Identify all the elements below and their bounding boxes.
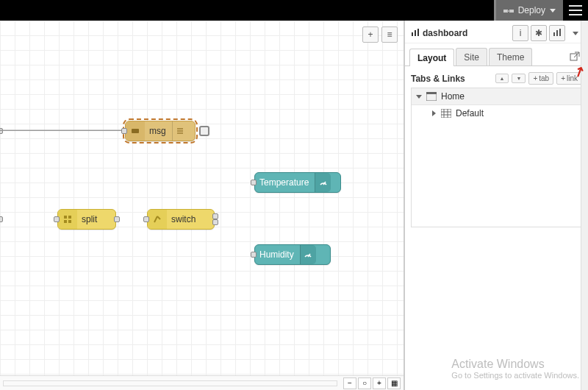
layout-tree: Home Default: [411, 88, 582, 227]
tab-label: Site: [464, 52, 479, 63]
svg-rect-8: [68, 216, 71, 219]
add-button[interactable]: +: [362, 26, 379, 43]
list-button[interactable]: ≡: [381, 26, 398, 43]
watermark-subtitle: Go to Settings to activate Windows.: [451, 371, 579, 380]
svg-rect-7: [64, 216, 67, 219]
deploy-button[interactable]: Deploy: [494, 0, 563, 21]
btn-label: tab: [539, 74, 549, 82]
flow-canvas[interactable]: msg split switch: [0, 21, 404, 390]
external-link-icon: [569, 51, 581, 63]
node-port-in[interactable]: [54, 216, 60, 222]
caret-up-icon: ▲: [500, 76, 505, 81]
plus-icon: +: [561, 74, 565, 82]
node-output-icon: [172, 121, 188, 141]
chevron-right-icon: [431, 110, 437, 116]
node-port-in[interactable]: [251, 252, 257, 258]
app-header: Deploy: [0, 0, 588, 21]
svg-rect-2: [507, 10, 510, 12]
sidebar-title-text: dashboard: [423, 28, 467, 38]
sidebar-tabs: Layout Site Theme: [405, 43, 588, 66]
node-label: switch: [167, 214, 201, 224]
info-button[interactable]: i: [512, 25, 528, 41]
node-humidity[interactable]: Humidity: [254, 244, 331, 265]
tab-theme[interactable]: Theme: [489, 48, 532, 65]
node-port-in[interactable]: [251, 180, 257, 185]
debug-icon: [126, 121, 145, 141]
zoom-reset-button[interactable]: ○: [358, 377, 371, 389]
tab-layout[interactable]: Layout: [409, 49, 454, 66]
group-icon: [441, 109, 451, 118]
svg-rect-18: [559, 29, 561, 36]
btn-label: link: [567, 74, 578, 82]
tab-label: Theme: [497, 52, 524, 63]
app-root: Deploy + ≡: [0, 0, 588, 390]
add-link-button[interactable]: +link: [556, 72, 582, 85]
svg-rect-3: [132, 129, 139, 133]
bar-chart-icon: [553, 28, 562, 39]
svg-rect-16: [553, 32, 555, 36]
watermark-title: Activate Windows: [451, 358, 579, 371]
split-icon: [58, 210, 77, 229]
svg-rect-21: [426, 92, 437, 94]
caret-down-icon: ▼: [516, 76, 521, 81]
node-port-out[interactable]: [212, 213, 218, 219]
sidebar-tools: i ✱: [512, 25, 584, 41]
node-label: split: [77, 214, 103, 224]
expand-all-button[interactable]: ▼: [512, 74, 526, 83]
node-status-icon: [199, 126, 209, 136]
edge-port[interactable]: [0, 216, 3, 222]
bug-icon: ✱: [535, 28, 542, 38]
bar-chart-icon: [411, 28, 420, 39]
canvas-toolbar: + ≡: [362, 26, 398, 43]
tab-site[interactable]: Site: [456, 48, 487, 65]
tabs-links-header: Tabs & Links ▲ ▼ +tab +link: [405, 66, 588, 88]
sidebar-title: dashboard: [411, 28, 509, 39]
section-title: Tabs & Links: [411, 74, 492, 84]
chevron-down-icon: [573, 32, 578, 35]
node-split[interactable]: split: [57, 209, 116, 230]
tree-item-default[interactable]: Default: [412, 105, 581, 121]
v-scrollbar[interactable]: [581, 21, 588, 390]
svg-rect-13: [412, 32, 413, 36]
circle-icon: ○: [362, 379, 367, 387]
node-port-in[interactable]: [143, 216, 149, 222]
plus-icon: +: [377, 379, 381, 387]
node-label: Temperature: [255, 177, 315, 188]
debug-button[interactable]: ✱: [531, 25, 547, 41]
svg-rect-22: [441, 109, 451, 118]
minus-icon: −: [348, 379, 352, 387]
list-icon: ≡: [387, 29, 392, 40]
deploy-label: Deploy: [518, 5, 545, 15]
svg-rect-19: [570, 54, 577, 60]
windows-activation-watermark: Activate Windows Go to Settings to activ…: [451, 358, 579, 380]
edge-port[interactable]: [0, 128, 3, 134]
zoom-out-button[interactable]: −: [343, 377, 356, 389]
chart-button[interactable]: [549, 25, 565, 41]
plus-icon: +: [368, 29, 373, 40]
sidebar: dashboard i ✱ Layout Site Theme ↗: [404, 21, 588, 390]
collapse-all-button[interactable]: ▲: [495, 74, 509, 83]
app-body: + ≡ msg: [0, 21, 588, 390]
canvas-grid: [0, 21, 404, 390]
chevron-down-icon: [416, 93, 422, 99]
svg-rect-15: [417, 29, 419, 36]
canvas-footer: − ○ + ▦: [0, 375, 404, 390]
node-switch[interactable]: switch: [147, 209, 215, 230]
svg-rect-17: [556, 30, 558, 36]
node-port-out[interactable]: [114, 216, 120, 222]
zoom-in-button[interactable]: +: [373, 377, 386, 389]
node-temperature[interactable]: Temperature: [254, 172, 341, 193]
node-port-out[interactable]: [212, 219, 218, 225]
svg-rect-9: [64, 220, 67, 223]
gauge-icon: [300, 245, 316, 264]
node-port-in[interactable]: [121, 128, 127, 134]
node-msg[interactable]: msg: [125, 121, 196, 141]
tree-item-home[interactable]: Home: [412, 88, 581, 105]
add-tab-button[interactable]: +tab: [528, 72, 553, 85]
main-menu-button[interactable]: [563, 0, 588, 21]
tab-label: Layout: [417, 53, 446, 63]
switch-icon: [148, 210, 167, 229]
h-scrollbar[interactable]: [3, 380, 337, 386]
svg-rect-14: [415, 30, 416, 36]
minimap-button[interactable]: ▦: [387, 377, 401, 389]
